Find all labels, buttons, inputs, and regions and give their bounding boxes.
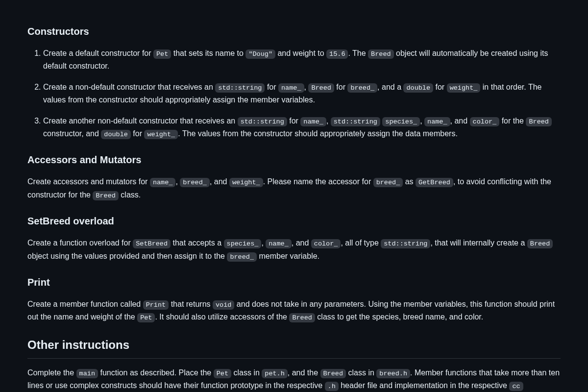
constructors-section: Constructors Create a default constructo… [27,24,561,140]
code-doug: "Doug" [245,49,275,59]
constructor-item-3: Create another non-default constructor t… [43,115,561,141]
code-breed: Breed [93,191,119,200]
code-h: .h [325,382,339,391]
code-breed: Breed [289,313,315,322]
print-heading: Print [27,274,561,290]
code-void: void [213,300,234,310]
code-stdstring: std::string [238,117,287,126]
code-main: main [76,369,98,378]
code-stdstring: std::string [331,117,380,126]
code-breed: Breed [308,83,334,93]
code-breed: Breed [320,369,346,378]
print-section: Print Create a member function called Pr… [27,274,561,324]
accessors-section: Accessors and Mutators Create accessors … [27,152,561,201]
code-name: name_ [266,239,292,248]
code-breed: Breed [368,49,394,59]
code-breed: Breed [526,117,552,126]
code-double: double [403,83,433,93]
code-cc: cc [509,382,523,391]
code-pet: Pet [214,369,231,378]
code-weight-value: 15.6 [326,49,348,59]
code-pet: Pet [137,313,155,322]
code-pet: Pet [153,49,171,59]
code-weight-var: weight_ [447,83,481,93]
code-name: name_ [150,178,176,187]
setbreed-paragraph: Create a function overload for SetBreed … [27,237,561,263]
code-name: name_ [278,83,304,93]
constructor-item-1: Create a default constructor for Pet tha… [43,47,561,73]
code-getbreed: GetBreed [416,178,453,187]
constructors-heading: Constructors [27,24,561,39]
constructor-item-2: Create a non-default constructor that re… [43,81,561,107]
code-print: Print [143,300,169,310]
code-color: color_ [311,239,341,248]
code-species: species_ [382,117,420,126]
code-pet-h: pet.h [262,369,288,378]
code-breed-h: breed.h [376,369,410,378]
other-paragraph: Complete the main function as described.… [27,367,561,392]
setbreed-section: SetBreed overload Create a function over… [27,213,561,263]
code-double: double [101,130,131,139]
code-species: species_ [224,239,262,248]
code-breed-var: breed_ [180,178,210,187]
code-weight-var: weight_ [144,130,178,139]
code-stdstring: std::string [215,83,265,93]
constructors-list: Create a default constructor for Pet tha… [27,47,561,140]
code-color: color_ [470,117,500,126]
setbreed-heading: SetBreed overload [27,213,561,229]
code-setbreed: SetBreed [133,239,171,248]
code-weight-var: weight_ [229,178,263,187]
code-stdstring: std::string [381,239,430,248]
code-breed: Breed [527,239,553,248]
other-section: Other instructions Complete the main fun… [27,336,561,392]
code-name: name_ [300,117,326,126]
print-paragraph: Create a member function called Print th… [27,298,561,324]
code-breed-var: breed_ [347,83,377,93]
code-name: name_ [424,117,450,126]
accessors-paragraph: Create accessors and mutators for name_,… [27,175,561,201]
accessors-heading: Accessors and Mutators [27,152,561,168]
other-heading: Other instructions [27,336,561,359]
code-breed-var: breed_ [373,178,403,187]
code-breed-var: breed_ [227,252,257,262]
